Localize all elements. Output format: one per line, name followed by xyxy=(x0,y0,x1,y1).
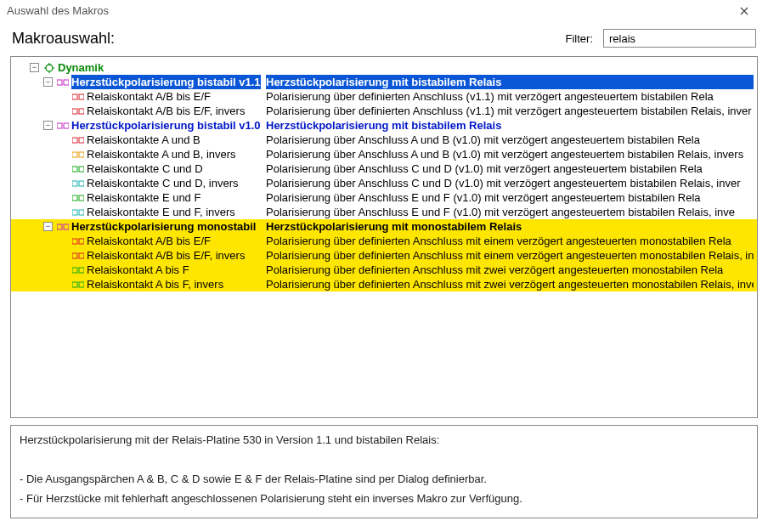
tree-group-label: Herzstückpolarisierung monostabil xyxy=(71,219,256,234)
svg-rect-3 xyxy=(72,94,77,99)
tree-item[interactable]: Relaiskontakte A und B, inversPolarisier… xyxy=(11,147,757,161)
svg-rect-13 xyxy=(72,167,77,172)
svg-rect-22 xyxy=(64,224,69,229)
tree-item-desc: Polarisierung über Anschluss C und D (v1… xyxy=(266,161,754,176)
tree-group-header[interactable]: − Herzstückpolarisierung bistabil v1.0 H… xyxy=(11,118,757,133)
tree-item-desc: Polarisierung über Anschluss E und F (v1… xyxy=(266,190,754,205)
tree-item-label: Relaiskontakt A bis F, invers xyxy=(87,277,223,291)
collapse-icon[interactable]: − xyxy=(43,121,53,130)
svg-rect-18 xyxy=(79,195,84,201)
tree-item-desc: Polarisierung über definierten Anschluss… xyxy=(266,234,754,248)
tree-group-desc: Herzstückpolarisierung mit monostabilem … xyxy=(266,219,754,234)
svg-rect-16 xyxy=(79,181,84,186)
macro-icon xyxy=(71,179,85,188)
filter-label: Filter: xyxy=(566,32,594,45)
svg-rect-1 xyxy=(57,80,62,85)
tree-item[interactable]: Relaiskontakte E und FPolarisierung über… xyxy=(11,190,757,205)
tree-item-label: Relaiskontakte E und F xyxy=(87,190,200,205)
close-button[interactable] xyxy=(727,0,761,22)
tree-item[interactable]: Relaiskontakt A/B bis E/F, inversPolaris… xyxy=(11,248,757,263)
svg-rect-2 xyxy=(64,80,69,85)
tree-item[interactable]: Relaiskontakte E und F, inversPolarisier… xyxy=(11,205,757,219)
svg-rect-9 xyxy=(72,138,77,143)
svg-rect-30 xyxy=(79,282,84,287)
macro-icon xyxy=(71,252,85,260)
svg-rect-14 xyxy=(79,167,84,172)
tree-item-desc: Polarisierung über definierten Anschluss… xyxy=(266,89,754,104)
tree-item-desc: Polarisierung über definierten Anschluss… xyxy=(266,104,754,118)
close-icon xyxy=(740,7,748,15)
tree-item-desc: Polarisierung über definierten Anschluss… xyxy=(266,248,754,263)
tree-group-desc: Herzstückpolarisierung mit bistabilem Re… xyxy=(266,75,754,89)
collapse-icon[interactable]: − xyxy=(30,63,39,72)
node-icon xyxy=(42,63,56,73)
svg-rect-24 xyxy=(79,239,84,244)
tree-root-label: Dynamik xyxy=(58,60,104,75)
tree-item[interactable]: Relaiskontakt A bis FPolarisierung über … xyxy=(11,263,757,277)
info-line: - Für Herzstücke mit fehlerhaft angeschl… xyxy=(20,491,748,507)
tree-item-desc: Polarisierung über Anschluss E und F (v1… xyxy=(266,205,754,219)
svg-rect-29 xyxy=(72,282,77,287)
tree-item-label: Relaiskontakt A/B bis E/F, invers xyxy=(87,104,245,118)
tree-item[interactable]: Relaiskontakt A/B bis E/F, inversPolaris… xyxy=(11,104,757,118)
tree-item-label: Relaiskontakte E und F, invers xyxy=(87,205,235,219)
macro-group-icon xyxy=(56,223,70,231)
svg-rect-25 xyxy=(72,253,77,258)
svg-rect-10 xyxy=(79,138,84,143)
svg-rect-26 xyxy=(79,253,84,258)
macro-icon xyxy=(71,194,85,202)
macro-icon xyxy=(71,280,85,289)
svg-rect-11 xyxy=(72,152,77,157)
tree-item[interactable]: Relaiskontakt A/B bis E/FPolarisierung ü… xyxy=(11,234,757,248)
svg-point-0 xyxy=(46,65,53,71)
svg-rect-28 xyxy=(79,268,84,273)
tree-item-label: Relaiskontakt A/B bis E/F xyxy=(87,234,211,248)
svg-rect-4 xyxy=(79,94,84,99)
filter-input[interactable] xyxy=(603,29,756,48)
svg-rect-6 xyxy=(79,109,84,114)
tree-item-desc: Polarisierung über Anschluss A und B (v1… xyxy=(266,133,754,147)
macro-icon xyxy=(71,237,85,246)
tree-root[interactable]: − Dynamik xyxy=(11,60,757,75)
tree-item-desc: Polarisierung über definierten Anschluss… xyxy=(266,263,754,277)
tree-item-label: Relaiskontakte A und B, invers xyxy=(87,147,236,161)
tree-item-label: Relaiskontakte C und D xyxy=(87,161,203,176)
tree-item-label: Relaiskontakt A bis F xyxy=(87,263,189,277)
svg-rect-15 xyxy=(72,181,77,186)
tree-group-label: Herzstückpolarisierung bistabil v1.0 xyxy=(71,118,261,133)
collapse-icon[interactable]: − xyxy=(43,77,53,87)
svg-rect-27 xyxy=(72,268,77,273)
page-title: Makroauswahl: xyxy=(12,30,115,48)
svg-rect-12 xyxy=(79,152,84,157)
tree-item[interactable]: Relaiskontakte C und D, inversPolarisier… xyxy=(11,176,757,190)
window-title: Auswahl des Makros xyxy=(7,4,109,17)
tree-item[interactable]: Relaiskontakte C und DPolarisierung über… xyxy=(11,161,757,176)
tree-item-desc: Polarisierung über definierten Anschluss… xyxy=(266,277,754,291)
info-line: Herzstückpolarisierung mit der Relais-Pl… xyxy=(20,433,748,449)
tree-group-desc: Herzstückpolarisierung mit bistabilem Re… xyxy=(266,118,754,133)
collapse-icon[interactable]: − xyxy=(43,222,53,231)
macro-tree[interactable]: − Dynamik − Herzstückpolarisierung bista… xyxy=(10,56,758,418)
svg-rect-23 xyxy=(72,239,77,244)
tree-group-label: Herzstückpolarisierung bistabil v1.1 xyxy=(71,75,261,89)
tree-group-header[interactable]: − Herzstückpolarisierung monostabil Herz… xyxy=(11,219,757,234)
tree-item-desc: Polarisierung über Anschluss C und D (v1… xyxy=(266,176,754,190)
tree-item[interactable]: Relaiskontakt A bis F, inversPolarisieru… xyxy=(11,277,757,291)
tree-group-header[interactable]: − Herzstückpolarisierung bistabil v1.1 H… xyxy=(11,75,757,89)
macro-icon xyxy=(71,266,85,274)
tree-item-label: Relaiskontakte A und B xyxy=(87,133,200,147)
svg-rect-20 xyxy=(79,210,84,215)
macro-icon xyxy=(71,107,85,116)
macro-group-icon xyxy=(56,78,70,87)
macro-icon xyxy=(71,165,85,173)
header: Makroauswahl: Filter: xyxy=(0,22,768,56)
tree-item-desc: Polarisierung über Anschluss A und B (v1… xyxy=(266,147,754,161)
svg-rect-21 xyxy=(57,224,62,229)
svg-rect-5 xyxy=(72,109,77,114)
description-panel: Herzstückpolarisierung mit der Relais-Pl… xyxy=(10,425,758,518)
tree-item[interactable]: Relaiskontakte A und BPolarisierung über… xyxy=(11,133,757,147)
tree-item[interactable]: Relaiskontakt A/B bis E/FPolarisierung ü… xyxy=(11,89,757,104)
tree-item-label: Relaiskontakte C und D, invers xyxy=(87,176,238,190)
svg-rect-7 xyxy=(57,123,62,128)
window-titlebar: Auswahl des Makros xyxy=(0,0,768,22)
